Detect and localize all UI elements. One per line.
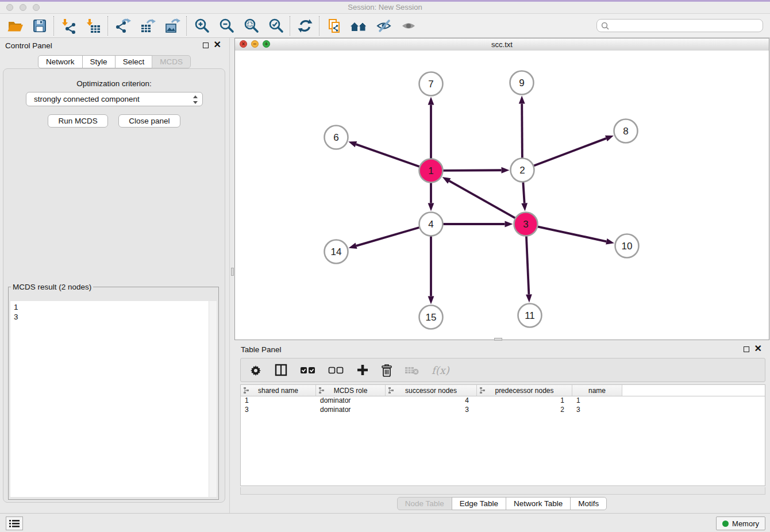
close-panel-icon[interactable]: ✕	[214, 41, 221, 48]
table-cell: 1	[241, 396, 316, 406]
delete-table-icon	[405, 365, 419, 375]
graph-edge-3-1[interactable]	[449, 181, 515, 218]
delete-table-button[interactable]	[405, 365, 419, 375]
apply-layout-button[interactable]	[292, 16, 317, 36]
column-header-MCDS-role[interactable]: MCDS role	[316, 385, 386, 396]
graph-edge-arrowhead	[605, 136, 614, 141]
run-mcds-button[interactable]: Run MCDS	[48, 114, 107, 128]
control-tab-network[interactable]: Network	[38, 55, 83, 68]
session-title: Session: New Session	[0, 3, 770, 11]
graph-edge-arrowhead	[521, 203, 528, 211]
network-view-window: × − + scc.txt 7968124314101511	[234, 38, 769, 340]
import-network-button[interactable]	[56, 16, 81, 36]
export-network-button[interactable]	[110, 16, 135, 36]
table-cell: dominator	[316, 406, 386, 415]
node-table: shared nameMCDS rolesuccessor nodesprede…	[240, 384, 765, 486]
gear-icon	[249, 364, 262, 376]
toolbar-search[interactable]	[596, 19, 763, 32]
delete-column-button[interactable]	[381, 364, 392, 377]
show-all-button[interactable]	[396, 16, 421, 36]
criterion-value: strongly connected component	[34, 95, 140, 103]
graph-edge-1-2[interactable]	[442, 170, 501, 171]
memory-label: Memory	[732, 519, 759, 528]
graph-edge-2-8[interactable]	[533, 138, 606, 166]
float-panel-icon[interactable]	[203, 43, 209, 48]
export-table-button[interactable]	[135, 16, 160, 36]
select-all-columns-button[interactable]	[300, 365, 316, 375]
graph-edge-4-14[interactable]	[356, 228, 419, 246]
result-scrollbar[interactable]	[209, 301, 217, 497]
mcds-result-area[interactable]: 1 3	[10, 301, 217, 497]
network-window-titlebar[interactable]: × − + scc.txt	[235, 38, 769, 51]
zoom-fit-button[interactable]	[238, 16, 263, 36]
table-tab-edge-table[interactable]: Edge Table	[452, 497, 506, 510]
copy-network-icon	[326, 17, 343, 34]
graph-edge-3-10[interactable]	[537, 226, 606, 241]
add-column-button[interactable]	[356, 364, 369, 376]
macos-titlebar: Session: New Session	[0, 2, 770, 14]
graph-node-label: 15	[426, 312, 437, 323]
unchecked-boxes-icon	[328, 365, 344, 375]
search-input[interactable]	[612, 21, 763, 30]
node-table-body: 1dominator4113dominator323	[241, 396, 765, 415]
splitter-grip-vertical[interactable]	[231, 268, 234, 276]
table-row[interactable]: 3dominator323	[241, 406, 765, 415]
graph-node-label: 10	[622, 241, 633, 252]
export-table-icon	[139, 17, 156, 34]
memory-status-icon	[722, 521, 729, 527]
graph-node-label: 2	[519, 165, 525, 176]
control-tab-select[interactable]: Select	[115, 55, 153, 68]
eye-slash-icon	[375, 17, 392, 34]
table-tab-network-table[interactable]: Network Table	[506, 497, 571, 510]
export-image-button[interactable]	[160, 16, 184, 36]
graph-edge-2-3[interactable]	[523, 182, 524, 203]
export-image-icon	[164, 17, 181, 34]
float-table-panel-icon[interactable]	[744, 346, 749, 352]
table-horizontal-scrollbar[interactable]	[240, 487, 765, 495]
network-canvas[interactable]: 7968124314101511	[235, 51, 769, 340]
graph-edge-3-11[interactable]	[526, 236, 529, 294]
table-tab-motifs[interactable]: Motifs	[570, 497, 607, 510]
close-table-panel-icon[interactable]: ✕	[754, 345, 762, 352]
table-cell: 3	[572, 406, 622, 415]
column-header-successor-nodes[interactable]: successor nodes	[386, 385, 477, 396]
function-builder-button[interactable]: f(x)	[432, 364, 449, 376]
column-header-name[interactable]: name	[572, 385, 622, 396]
homes-icon	[349, 17, 369, 34]
zoom-in-button[interactable]	[189, 16, 214, 36]
zoom-selected-button[interactable]	[263, 16, 288, 36]
duplicate-network-button[interactable]	[322, 16, 346, 36]
column-header-predecessor-nodes[interactable]: predecessor nodes	[477, 385, 572, 396]
table-tab-node-table[interactable]: Node Table	[397, 497, 452, 510]
graph-node-label: 1	[428, 165, 433, 176]
hide-selected-button[interactable]	[371, 16, 396, 36]
open-session-button[interactable]	[2, 16, 27, 36]
graph-node-label: 9	[519, 78, 524, 88]
show-column-panel-button[interactable]	[274, 363, 288, 377]
show-task-history-button[interactable]	[6, 516, 23, 530]
graph-edge-2-9[interactable]	[522, 103, 522, 158]
import-table-icon	[85, 17, 102, 34]
column-header-shared-name[interactable]: shared name	[241, 385, 316, 396]
control-tab-mcds[interactable]: MCDS	[152, 55, 191, 68]
splitter-grip-horizontal[interactable]	[494, 338, 502, 341]
home-view-button[interactable]	[346, 16, 371, 36]
status-bar: Memory	[0, 513, 770, 532]
graph-edge-arrowhead	[349, 243, 357, 249]
criterion-select[interactable]: strongly connected component	[26, 92, 203, 106]
import-network-icon	[60, 17, 78, 34]
close-panel-button[interactable]: Close panel	[118, 114, 180, 128]
graph-edge-arrowhead	[428, 97, 434, 105]
save-session-button[interactable]	[27, 16, 52, 36]
control-tab-style[interactable]: Style	[82, 55, 116, 68]
deselect-all-columns-button[interactable]	[328, 365, 344, 375]
zoom-out-button[interactable]	[214, 16, 238, 36]
table-cell: 1	[572, 396, 622, 406]
graph-node-label: 14	[331, 246, 342, 257]
graph-edge-1-6[interactable]	[356, 144, 419, 167]
memory-button[interactable]: Memory	[716, 516, 765, 530]
import-table-button[interactable]	[81, 16, 106, 36]
table-row[interactable]: 1dominator411	[241, 396, 765, 406]
graph-node-label: 8	[623, 126, 628, 137]
table-settings-button[interactable]	[249, 364, 262, 376]
